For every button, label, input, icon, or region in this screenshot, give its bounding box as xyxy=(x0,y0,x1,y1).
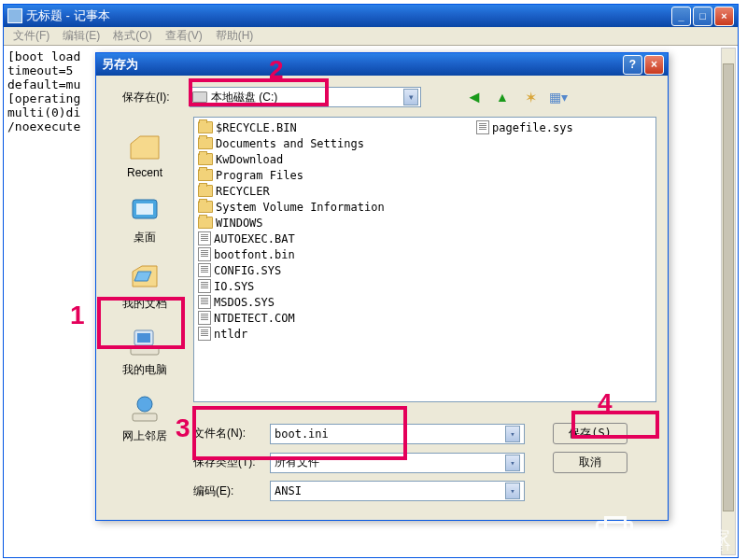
place-mycomputer[interactable]: 我的电脑 xyxy=(102,322,188,383)
file-name: NTDETECT.COM xyxy=(214,312,295,325)
file-item[interactable]: $RECYCLE.BIN xyxy=(198,119,652,135)
filetype-combo[interactable]: 所有文件 ▾ xyxy=(270,453,525,473)
folder-icon xyxy=(198,217,213,229)
mydocs-icon xyxy=(127,260,162,292)
folder-icon xyxy=(198,185,213,197)
file-name: MSDOS.SYS xyxy=(214,296,275,309)
callout-number-1: 1 xyxy=(70,301,85,330)
up-icon[interactable]: ▲ xyxy=(492,87,513,107)
file-item[interactable]: CONFIG.SYS xyxy=(198,262,652,278)
file-name: AUTOEXEC.BAT xyxy=(214,232,295,245)
file-item[interactable]: IO.SYS xyxy=(198,278,652,294)
file-name: WINDOWS xyxy=(216,217,263,230)
file-name: CONFIG.SYS xyxy=(214,264,281,277)
desktop-icon xyxy=(127,194,162,226)
file-item[interactable]: KwDownload xyxy=(198,151,652,167)
file-name: System Volume Information xyxy=(216,201,385,214)
view-icon[interactable]: ▦▾ xyxy=(548,87,569,107)
drive-icon xyxy=(192,91,207,103)
encoding-label: 编码(E): xyxy=(193,483,264,499)
network-icon xyxy=(127,393,162,425)
callout-number-4: 4 xyxy=(598,388,613,418)
file-item[interactable]: ntldr xyxy=(198,326,652,342)
savein-label: 保存在(I): xyxy=(122,90,184,105)
folder-icon xyxy=(198,153,213,165)
folder-icon xyxy=(198,137,213,149)
file-icon xyxy=(198,279,211,293)
filetype-value: 所有文件 xyxy=(275,455,319,470)
file-item[interactable]: RECYCLER xyxy=(198,183,652,199)
save-button[interactable]: 保存(S) xyxy=(553,423,627,444)
file-item[interactable]: Documents and Settings xyxy=(198,135,652,151)
notepad-menubar: 文件(F) 编辑(E) 格式(O) 查看(V) 帮助(H) xyxy=(4,27,738,46)
callout-number-3: 3 xyxy=(176,413,190,443)
callout-number-2: 2 xyxy=(269,55,284,85)
help-button[interactable]: ? xyxy=(623,55,642,75)
filename-input[interactable]: boot.ini ▾ xyxy=(270,424,525,444)
notepad-scrollbar[interactable] xyxy=(721,48,736,555)
mycomputer-icon xyxy=(127,327,162,358)
svg-rect-4 xyxy=(131,347,159,355)
filename-label: 文件名(N): xyxy=(193,426,264,441)
cancel-button[interactable]: 取消 xyxy=(553,452,627,473)
notepad-titlebar: 无标题 - 记事本 _ □ × xyxy=(4,5,738,27)
chevron-down-icon[interactable]: ▾ xyxy=(403,89,418,105)
dialog-close-button[interactable]: × xyxy=(644,55,664,75)
chevron-down-icon[interactable]: ▾ xyxy=(505,455,520,471)
svg-rect-6 xyxy=(133,413,157,421)
save-as-title: 另存为 xyxy=(100,56,623,73)
close-button[interactable]: × xyxy=(714,7,734,26)
svg-rect-1 xyxy=(136,203,153,215)
file-item[interactable]: bootfont.bin xyxy=(198,246,652,262)
places-bar: Recent 桌面 我的文档 我的电脑 网上邻居 xyxy=(102,117,188,427)
save-as-titlebar: 另存为 ? × xyxy=(96,53,668,76)
folder-icon xyxy=(198,169,213,181)
file-list[interactable]: $RECYCLE.BINDocuments and SettingsKwDown… xyxy=(193,117,656,402)
savein-value: 本地磁盘 (C:) xyxy=(211,90,277,105)
file-name: $RECYCLE.BIN xyxy=(216,121,297,134)
filename-value: boot.ini xyxy=(275,427,329,441)
file-icon xyxy=(198,231,211,245)
dialog-toolbar: ◄ ▲ ✶ ▦▾ xyxy=(464,87,569,107)
file-item[interactable]: MSDOS.SYS xyxy=(198,294,652,310)
file-icon xyxy=(198,327,211,341)
folder-icon xyxy=(198,121,213,133)
chevron-down-icon[interactable]: ▾ xyxy=(505,483,520,499)
place-desktop[interactable]: 桌面 xyxy=(102,189,188,250)
file-icon xyxy=(198,247,211,261)
svg-point-5 xyxy=(137,397,152,412)
menu-format[interactable]: 格式(O) xyxy=(107,26,157,46)
menu-edit[interactable]: 编辑(E) xyxy=(57,26,106,46)
file-item[interactable]: AUTOEXEC.BAT xyxy=(198,231,652,246)
chevron-down-icon[interactable]: ▾ xyxy=(505,426,520,442)
file-item[interactable]: pagefile.sys xyxy=(476,119,573,135)
file-name: KwDownload xyxy=(216,153,283,166)
minimize-button[interactable]: _ xyxy=(671,7,691,26)
place-mydocs[interactable]: 我的文档 xyxy=(102,256,188,316)
save-as-dialog: 另存为 ? × 保存在(I): 本地磁盘 (C:) ▾ ◄ ▲ ✶ ▦▾ Rec… xyxy=(95,52,669,521)
file-name: Program Files xyxy=(216,169,303,182)
file-name: ntldr xyxy=(214,328,247,341)
svg-rect-3 xyxy=(137,333,150,343)
file-icon xyxy=(198,311,211,325)
place-recent[interactable]: Recent xyxy=(102,126,188,184)
file-item[interactable]: NTDETECT.COM xyxy=(198,310,652,326)
menu-file[interactable]: 文件(F) xyxy=(7,26,55,46)
file-icon xyxy=(198,295,211,309)
file-item[interactable]: WINDOWS xyxy=(198,215,652,231)
menu-view[interactable]: 查看(V) xyxy=(160,26,208,46)
watermark: 系统之家 XITONGZHIJIA.NET xyxy=(596,521,736,554)
savein-combo[interactable]: 本地磁盘 (C:) ▾ xyxy=(190,87,421,107)
maximize-button[interactable]: □ xyxy=(693,7,712,26)
file-name: pagefile.sys xyxy=(492,121,573,134)
back-icon[interactable]: ◄ xyxy=(464,87,485,107)
recent-icon xyxy=(127,131,162,162)
filetype-label: 保存类型(T): xyxy=(193,455,264,470)
new-folder-icon[interactable]: ✶ xyxy=(520,87,541,107)
encoding-combo[interactable]: ANSI ▾ xyxy=(270,481,525,501)
file-item[interactable]: Program Files xyxy=(198,167,652,183)
file-item[interactable]: System Volume Information xyxy=(198,199,652,215)
menu-help[interactable]: 帮助(H) xyxy=(210,26,260,46)
encoding-value: ANSI xyxy=(275,484,302,497)
file-name: RECYCLER xyxy=(216,185,270,198)
